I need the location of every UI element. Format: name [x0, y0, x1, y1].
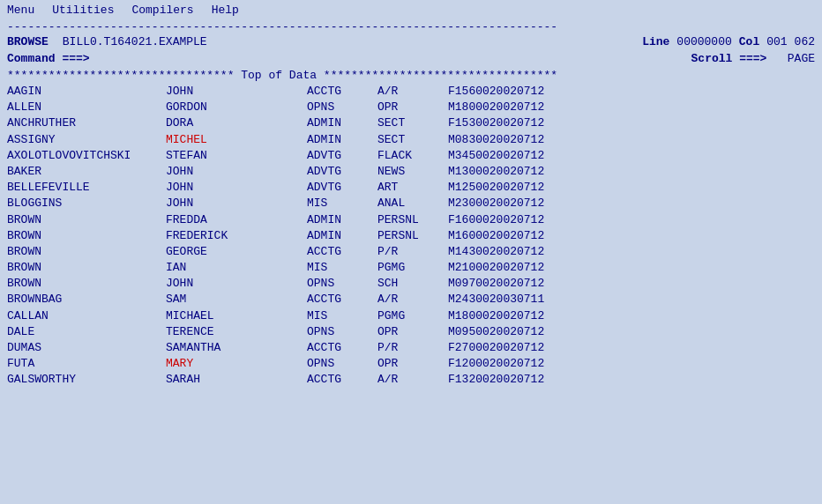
- col-id: M1300020020712: [448, 164, 589, 180]
- command-label: Command ===>: [7, 52, 90, 65]
- table-row: DUMASSAMANTHAACCTGP/RF2700020020712: [7, 340, 815, 356]
- col-lastname: ALLEN: [7, 100, 166, 115]
- table-row: BROWNJOHNOPNSSCHM0970020020712: [7, 276, 815, 292]
- col-lastname: AXOLOTLOVOVITCHSKI: [7, 148, 166, 164]
- col-lastname: ASSIGNY: [7, 132, 166, 148]
- col-lastname: DUMAS: [7, 340, 166, 356]
- browse-label: BROWSE: [7, 35, 49, 48]
- col-dept: ADMIN: [307, 115, 377, 131]
- col-dept: OPNS: [307, 100, 377, 115]
- col-firstname: MICHAEL: [166, 308, 307, 324]
- col-lastname: DALE: [7, 324, 166, 340]
- col-sub: A/R: [377, 84, 448, 100]
- col-id: M1800020020712: [448, 308, 589, 324]
- col-lastname: ANCHRUTHER: [7, 115, 166, 131]
- table-row: ALLENGORDONOPNSOPRM1800020020712: [7, 100, 815, 115]
- col-lastname: BROWN: [7, 244, 166, 260]
- col-id: M2430020030711: [448, 292, 589, 308]
- col-id: M0830020020712: [448, 132, 589, 148]
- col-lastname: BROWN: [7, 228, 166, 244]
- col-id: F1560020020712: [448, 84, 589, 100]
- col-firstname: JOHN: [166, 180, 307, 196]
- col-firstname: GEORGE: [166, 244, 307, 260]
- col-dept: ADMIN: [307, 228, 377, 244]
- col-dept: OPNS: [307, 324, 377, 340]
- table-row: BROWNIANMISPGMGM2100020020712: [7, 260, 815, 276]
- header-row: BROWSE BILL0.T164021.EXAMPLE Line 000000…: [0, 33, 822, 50]
- table-row: DALETERENCEOPNSOPRM0950020020712: [7, 324, 815, 340]
- col-id: F1200020020712: [448, 356, 589, 372]
- col-firstname: FREDERICK: [166, 228, 307, 244]
- col-id: M1250020020712: [448, 180, 589, 196]
- col-sub: A/R: [377, 372, 448, 388]
- col-sub: SCH: [377, 276, 448, 292]
- command-input[interactable]: [96, 52, 273, 65]
- col-firstname: JOHN: [166, 164, 307, 180]
- col-sub: OPR: [377, 324, 448, 340]
- col-firstname: SAM: [166, 292, 307, 308]
- col-firstname: FREDDA: [166, 212, 307, 228]
- col-lastname: CALLAN: [7, 308, 166, 324]
- header-left: BROWSE BILL0.T164021.EXAMPLE: [7, 35, 207, 48]
- table-row: BROWNFREDERICKADMINPERSNLM1600020020712: [7, 228, 815, 244]
- col-lastname: BELLEFEVILLE: [7, 180, 166, 196]
- col-lastname: FUTA: [7, 356, 166, 372]
- col-sub: NEWS: [377, 164, 448, 180]
- table-row: BROWNGEORGEACCTGP/RM1430020020712: [7, 244, 815, 260]
- col-sub: A/R: [377, 292, 448, 308]
- col-firstname: MARY: [166, 356, 307, 372]
- line-value: 00000000: [676, 35, 731, 48]
- col-firstname: TERENCE: [166, 324, 307, 340]
- menu-menu[interactable]: Menu: [7, 4, 34, 17]
- col-sub: SECT: [377, 132, 448, 148]
- col-firstname: GORDON: [166, 100, 307, 115]
- table-row: BELLEFEVILLEJOHNADVTGARTM1250020020712: [7, 180, 815, 196]
- header-right: Line 00000000 Col 001 062: [642, 35, 815, 48]
- table-row: CALLANMICHAELMISPGMGM1800020020712: [7, 308, 815, 324]
- col-firstname: SAMANTHA: [166, 340, 307, 356]
- table-row: AXOLOTLOVOVITCHSKISTEFANADVTGFLACKM34500…: [7, 148, 815, 164]
- col-dept: OPNS: [307, 356, 377, 372]
- col-dept: ADMIN: [307, 212, 377, 228]
- col-sub: SECT: [377, 115, 448, 131]
- col-sub: PERSNL: [377, 212, 448, 228]
- col-lastname: BROWN: [7, 260, 166, 276]
- col-firstname: MICHEL: [166, 132, 307, 148]
- menu-utilities[interactable]: Utilities: [52, 4, 114, 17]
- col-id: M1800020020712: [448, 100, 589, 115]
- col-start: 001: [766, 35, 787, 48]
- col-id: F1320020020712: [448, 372, 589, 388]
- command-row: Command ===> Scroll ===> PAGE: [0, 50, 822, 67]
- col-lastname: BROWN: [7, 212, 166, 228]
- col-dept: ADMIN: [307, 132, 377, 148]
- menu-bar: Menu Utilities Compilers Help: [0, 0, 822, 20]
- col-sub: OPR: [377, 356, 448, 372]
- col-dept: ACCTG: [307, 340, 377, 356]
- col-firstname: SARAH: [166, 372, 307, 388]
- col-id: M0950020020712: [448, 324, 589, 340]
- menu-help[interactable]: Help: [212, 4, 239, 17]
- scroll-value: PAGE: [788, 52, 815, 65]
- col-dept: OPNS: [307, 276, 377, 292]
- table-row: BROWNFREDDAADMINPERSNLF1600020020712: [7, 212, 815, 228]
- col-sub: PGMG: [377, 308, 448, 324]
- col-sub: PERSNL: [377, 228, 448, 244]
- col-firstname: JOHN: [166, 84, 307, 100]
- col-firstname: DORA: [166, 115, 307, 131]
- col-lastname: BAKER: [7, 164, 166, 180]
- col-dept: ACCTG: [307, 372, 377, 388]
- table-row: FUTAMARYOPNSOPRF1200020020712: [7, 356, 815, 372]
- col-lastname: BROWNBAG: [7, 292, 166, 308]
- col-sub: FLACK: [377, 148, 448, 164]
- divider: ----------------------------------------…: [0, 20, 822, 33]
- col-id: M3450020020712: [448, 148, 589, 164]
- col-dept: ADVTG: [307, 164, 377, 180]
- top-of-data: ********************************* Top of…: [0, 67, 822, 84]
- col-id: F2700020020712: [448, 340, 589, 356]
- col-firstname: JOHN: [166, 196, 307, 211]
- col-id: M1430020020712: [448, 244, 589, 260]
- col-sub: P/R: [377, 244, 448, 260]
- menu-compilers[interactable]: Compilers: [131, 4, 193, 17]
- command-right: Scroll ===> PAGE: [691, 52, 815, 65]
- scroll-label: Scroll ===>: [691, 52, 767, 65]
